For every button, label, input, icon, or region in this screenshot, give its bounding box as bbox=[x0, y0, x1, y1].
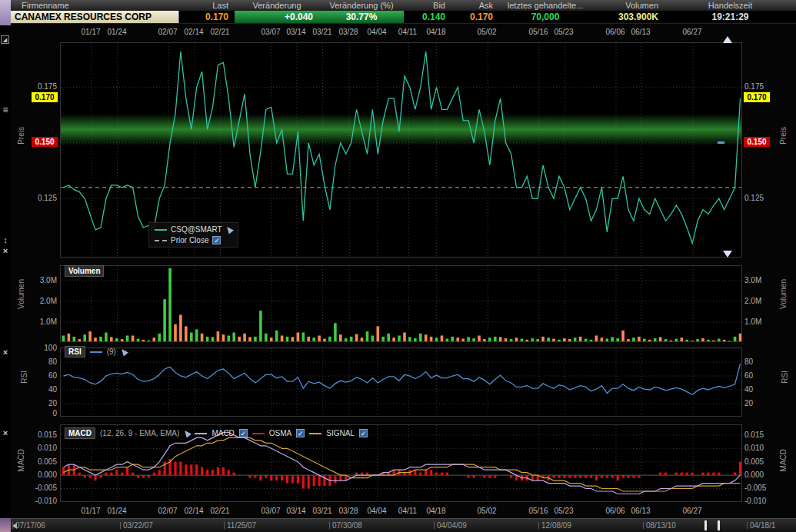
timeline-date-label: 12/08/09 bbox=[541, 521, 571, 530]
alert-price-badge: 0.150 bbox=[744, 137, 770, 147]
close-volume-button[interactable]: × bbox=[0, 246, 11, 255]
date-tick-label: 01/17 bbox=[81, 507, 100, 515]
date-tick-label: 01/24 bbox=[107, 507, 126, 515]
macd-panel-title[interactable]: MACD bbox=[65, 427, 95, 439]
timeline-date-label: 08/13/10 bbox=[646, 521, 676, 530]
change-pct-cell: 30.77% bbox=[319, 11, 404, 23]
col-header-veraenderung-pct[interactable]: Veränderung (%) bbox=[319, 0, 404, 11]
rsi-tick: 80 bbox=[0, 357, 57, 366]
date-tick-label: 02/07 bbox=[158, 507, 177, 515]
date-tick-label: 05/23 bbox=[554, 28, 573, 36]
move-panel-icon[interactable]: ↕ bbox=[0, 235, 11, 244]
bid-cell: 0.140 bbox=[404, 11, 451, 23]
macd-axis-label: MACD bbox=[779, 449, 788, 471]
macd-tick: 0.000 bbox=[0, 470, 57, 479]
date-tick-label: 03/28 bbox=[338, 507, 358, 515]
date-tick-label: 04/18 bbox=[426, 507, 445, 515]
price-tick: 0.175 bbox=[0, 82, 57, 91]
col-header-bid[interactable]: Bid bbox=[404, 0, 451, 11]
rsi-tick: 0 bbox=[0, 409, 57, 417]
price-legend: CSQ@SMART Prior Close ✓ bbox=[148, 222, 238, 248]
date-tick-label: 06/06 bbox=[605, 507, 624, 515]
date-tick-label: 05/02 bbox=[477, 28, 496, 36]
rsi-tick: 20 bbox=[744, 399, 783, 407]
scroll-up-marker[interactable] bbox=[723, 36, 732, 43]
date-tick-label: 04/11 bbox=[398, 507, 417, 515]
chart-corner-button[interactable]: ◢ bbox=[1, 35, 9, 44]
date-tick-label: 04/04 bbox=[367, 28, 386, 36]
macd-legend: MACD (12, 26, 9 - EMA, EMA) MACD ✓ OSMA … bbox=[65, 427, 368, 439]
timeline-tick bbox=[224, 522, 225, 529]
macd-tick: -0.005 bbox=[0, 484, 57, 492]
date-tick-label: 06/06 bbox=[605, 28, 624, 36]
desktop-background bbox=[0, 518, 11, 532]
volume-tick: 3.0M bbox=[744, 276, 783, 284]
price-axis-label: Preis bbox=[17, 127, 25, 145]
date-tick-label: 04/04 bbox=[367, 507, 386, 515]
ask-cell: 0.170 bbox=[451, 11, 499, 23]
date-tick-label: 04/18 bbox=[426, 28, 445, 36]
col-header-veraenderung[interactable]: Veränderung bbox=[235, 0, 319, 11]
timeline-scrollbar[interactable]: 07/17/0603/22/0711/25/0707/30/0804/04/09… bbox=[11, 518, 796, 532]
price-axis-label: Preis bbox=[779, 127, 788, 145]
signal-series-label: SIGNAL bbox=[326, 429, 355, 437]
volume-tick: 2.0M bbox=[744, 297, 783, 305]
rsi-axis-label: RSI bbox=[20, 371, 28, 384]
top-date-axis: 01/1701/2402/0702/1402/2103/0703/1403/21… bbox=[0, 25, 796, 38]
volume-cell: 303.900K bbox=[591, 11, 664, 23]
volume-tick: 2.0M bbox=[0, 297, 57, 305]
prior-close-label: Prior Close bbox=[171, 236, 208, 244]
volume-chart[interactable] bbox=[60, 265, 742, 342]
timeline-date-label: 04/04/09 bbox=[437, 521, 467, 530]
volume-legend: Volumen bbox=[65, 265, 104, 277]
trading-chart-window: Firmenname Last Veränderung Veränderung … bbox=[0, 0, 796, 532]
osma-checkbox[interactable]: ✓ bbox=[296, 429, 305, 437]
date-tick-label: 02/21 bbox=[210, 28, 229, 36]
date-tick-label: 03/21 bbox=[312, 28, 331, 36]
price-tick: 0.175 bbox=[744, 82, 783, 91]
rsi-legend: RSI (9) bbox=[65, 346, 127, 357]
macd-tick: 0.010 bbox=[0, 444, 57, 452]
col-header-volumen[interactable]: Volumen bbox=[591, 0, 664, 11]
rsi-panel-title[interactable]: RSI bbox=[65, 346, 85, 357]
rsi-chart[interactable] bbox=[60, 347, 742, 417]
col-header-firmenname[interactable]: Firmenname bbox=[11, 0, 179, 11]
date-tick-label: 06/27 bbox=[682, 507, 701, 515]
rsi-axis-label: RSI bbox=[781, 371, 789, 384]
signal-checkbox[interactable]: ✓ bbox=[359, 429, 368, 437]
timeline-date-label: 04/18/1 bbox=[750, 521, 775, 530]
prior-close-checkbox[interactable]: ✓ bbox=[212, 236, 221, 244]
price-tick: 0.125 bbox=[0, 194, 57, 202]
date-tick-label: 06/13 bbox=[631, 28, 650, 36]
timeline-tick bbox=[120, 522, 121, 529]
date-tick-label: 06/27 bbox=[682, 28, 701, 36]
rsi-tick: 60 bbox=[0, 371, 57, 380]
date-tick-label: 05/23 bbox=[554, 507, 573, 515]
series-name-label[interactable]: CSQ@SMART bbox=[171, 225, 222, 234]
date-tick-label: 02/14 bbox=[184, 28, 203, 36]
macd-tick: 0.015 bbox=[0, 431, 57, 439]
rsi-tick: 60 bbox=[744, 371, 783, 380]
timeline-date-label: 07/30/08 bbox=[332, 521, 362, 530]
rsi-tick: 100 bbox=[0, 344, 57, 352]
volume-panel-title[interactable]: Volumen bbox=[65, 265, 104, 277]
price-line-sample bbox=[155, 229, 167, 231]
rsi-line-sample bbox=[90, 351, 102, 353]
last-price-badge: 0.170 bbox=[32, 92, 58, 102]
col-header-handelszeit[interactable]: Handelszeit bbox=[664, 0, 796, 11]
trade-time-cell: 19:21:29 bbox=[664, 11, 796, 23]
corner-resize-icon: ◢ bbox=[2, 36, 8, 43]
col-header-last-size[interactable]: letztes gehandelte... bbox=[499, 0, 591, 11]
price-dash-marker bbox=[718, 141, 724, 144]
last-price-badge: 0.170 bbox=[744, 92, 770, 102]
timeline-thumb[interactable] bbox=[704, 520, 720, 530]
volume-axis-label: Volumen bbox=[17, 279, 25, 309]
menu-grip-icon[interactable]: ≡ bbox=[0, 105, 11, 115]
col-header-ask[interactable]: Ask bbox=[451, 0, 499, 11]
macd-tick: -0.005 bbox=[744, 484, 783, 492]
macd-checkbox[interactable]: ✓ bbox=[239, 429, 248, 437]
date-tick-label: 01/17 bbox=[81, 28, 100, 36]
company-name-cell[interactable]: CANAMEX RESOURCES CORP bbox=[11, 11, 179, 23]
scroll-down-marker[interactable] bbox=[723, 251, 732, 258]
col-header-last[interactable]: Last bbox=[179, 0, 235, 11]
